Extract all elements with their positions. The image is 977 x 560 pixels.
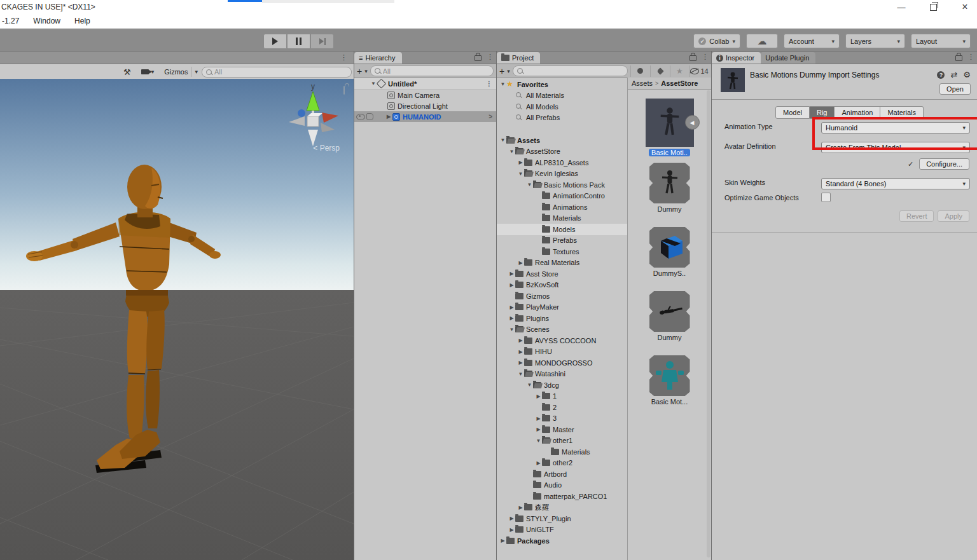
expand-arrow-icon[interactable]: ▶ — [535, 393, 542, 399]
asset-item[interactable]: DummyS.. — [628, 227, 711, 283]
expand-arrow-icon[interactable]: ▶ — [517, 160, 524, 165]
tool-settings-icon[interactable]: ⚒ — [123, 67, 131, 77]
create-button[interactable]: + — [357, 67, 362, 76]
package-expand-badge[interactable]: ◀ — [685, 115, 700, 130]
favorites-star-button[interactable]: ★ — [670, 65, 689, 77]
project-tree-item[interactable]: ▶MONDOGROSSO — [497, 357, 627, 369]
project-tree-item[interactable]: ▼Assets — [497, 135, 627, 146]
chevron-down-icon[interactable]: ▾ — [507, 68, 510, 74]
project-tree-item[interactable]: 2 — [497, 402, 627, 413]
expand-arrow-icon[interactable]: ▶ — [508, 282, 515, 288]
step-button[interactable] — [310, 34, 334, 49]
gear-icon[interactable]: ⚙ — [963, 70, 971, 79]
project-tree-item[interactable]: ▶Master — [497, 424, 627, 435]
hierarchy-search-field[interactable] — [370, 65, 494, 76]
viewport-lock-icon[interactable] — [343, 86, 345, 94]
expand-arrow-icon[interactable]: ▼ — [499, 137, 506, 143]
kebab-menu-icon[interactable]: ⋮ — [967, 53, 974, 61]
menu-item[interactable]: Help — [74, 17, 90, 25]
expand-arrow-icon[interactable]: ▶ — [517, 360, 524, 365]
hierarchy-item-directional-light[interactable]: Directional Light — [354, 100, 496, 111]
expand-arrow-icon[interactable]: ▼ — [526, 182, 533, 188]
persp-label[interactable]: < Persp — [313, 144, 340, 153]
project-tree-item[interactable]: ▶3 — [497, 413, 627, 425]
configure-button[interactable]: Configure... — [919, 158, 969, 170]
project-tree-item[interactable]: ▼Basic Motions Pack — [497, 179, 627, 191]
project-tree-item[interactable]: ▶other2 — [497, 458, 627, 469]
project-search-input[interactable] — [525, 67, 623, 75]
project-tree-item[interactable]: ▶AVYSS COCCOON — [497, 335, 627, 346]
project-tree-item[interactable]: All Materials — [497, 90, 627, 102]
project-tree-item[interactable]: Prefabs — [497, 235, 627, 247]
lock-icon[interactable] — [689, 55, 696, 61]
skin-weights-dropdown[interactable]: Standard (4 Bones) ▾ — [821, 178, 970, 189]
asset-item[interactable]: ◀Basic Moti.. — [628, 99, 711, 154]
expand-arrow-icon[interactable]: ▶ — [385, 114, 392, 120]
project-tree-item[interactable]: All Models — [497, 101, 627, 113]
expand-arrow-icon[interactable]: ▶ — [535, 416, 542, 421]
expand-arrow-icon[interactable]: ▼ — [517, 171, 524, 177]
account-dropdown[interactable]: Account ▾ — [784, 34, 840, 48]
project-tree-item[interactable]: ▶森羅 — [497, 502, 627, 514]
project-tree-item[interactable]: ▶STYLY_Plugin — [497, 513, 627, 524]
expand-arrow-icon[interactable]: ▶ — [535, 427, 542, 432]
lock-icon[interactable] — [955, 55, 962, 61]
expand-arrow-icon[interactable]: ▶ — [508, 304, 515, 310]
asset-item[interactable]: Dummy — [628, 291, 711, 347]
expand-arrow-icon[interactable]: ▶ — [508, 516, 515, 521]
project-tree-item[interactable]: Animations — [497, 201, 627, 213]
hierarchy-item-humanoid[interactable]: ▶ HUMANOID > — [354, 111, 496, 122]
breadcrumb-root[interactable]: Assets — [632, 79, 653, 87]
project-tree-item[interactable]: ▼3dcg — [497, 379, 627, 391]
project-tree-item[interactable]: ▼Favorites — [497, 79, 627, 90]
project-tree-item[interactable]: ▶BzKovSoft — [497, 280, 627, 291]
scrollbar[interactable] — [707, 90, 710, 557]
project-tree-item[interactable]: ▶UniGLTF — [497, 524, 627, 536]
expand-arrow-icon[interactable]: ▼ — [526, 382, 533, 388]
chevron-down-icon[interactable]: ▾ — [364, 68, 368, 74]
expand-arrow-icon[interactable]: ▶ — [517, 338, 524, 343]
collab-dropdown[interactable]: ✓ Collab ▾ — [693, 34, 740, 48]
breadcrumb-current[interactable]: AssetStore — [661, 79, 698, 87]
menu-item[interactable]: -1.27 — [2, 17, 19, 25]
scene-camera-dropdown[interactable]: ▾ — [139, 68, 157, 76]
expand-arrow-icon[interactable]: ▼ — [517, 371, 524, 377]
expand-arrow-icon[interactable]: ▶ — [499, 538, 506, 543]
pickability-icon[interactable] — [366, 113, 373, 120]
project-tree-item[interactable]: ▶Packages — [497, 535, 627, 547]
visibility-eye-icon[interactable] — [356, 114, 365, 120]
project-tree-item[interactable]: Models — [497, 224, 627, 235]
kebab-menu-icon[interactable]: ⋮ — [340, 53, 347, 62]
scene-search-field[interactable] — [202, 67, 352, 78]
project-tree-item[interactable]: ▼Scenes — [497, 324, 627, 336]
project-tree-item[interactable]: ▶ALP8310_Assets — [497, 157, 627, 168]
expand-arrow-icon[interactable]: ▶ — [508, 315, 515, 321]
expand-arrow-icon[interactable]: ▼ — [499, 81, 506, 87]
kebab-menu-icon[interactable]: ⋮ — [702, 53, 709, 61]
expand-arrow-icon[interactable]: ▶ — [517, 349, 524, 355]
search-by-label-button[interactable] — [650, 65, 669, 77]
kebab-menu-icon[interactable]: ⋮ — [487, 53, 494, 61]
expand-arrow-icon[interactable]: ▶ — [517, 260, 524, 266]
project-tree-item[interactable]: ▼AssetStore — [497, 146, 627, 158]
project-tree-item[interactable]: Materials — [497, 213, 627, 224]
help-icon[interactable]: ? — [937, 71, 945, 79]
expand-arrow-icon[interactable]: ▼ — [535, 438, 542, 444]
hidden-packages-button[interactable]: 14 — [689, 65, 709, 77]
tab-hierarchy[interactable]: ≡ Hierarchy — [354, 52, 402, 64]
prefab-open-arrow[interactable]: > — [488, 113, 492, 120]
project-tree-item[interactable]: ▼Watashini — [497, 369, 627, 380]
project-tree-item[interactable]: matterpak_PARCO1 — [497, 491, 627, 502]
presets-icon[interactable]: ⇄ — [950, 70, 957, 79]
expand-arrow-icon[interactable]: ▶ — [535, 460, 542, 466]
scene-orientation-gizmo[interactable]: y — [284, 81, 342, 153]
tab-project[interactable]: Project — [497, 52, 540, 64]
expand-arrow-icon[interactable]: ▶ — [508, 527, 515, 533]
open-button[interactable]: Open — [939, 83, 971, 95]
project-tree-item[interactable]: Audio — [497, 480, 627, 491]
expand-arrow-icon[interactable]: ▼ — [508, 149, 515, 154]
scene-search-input[interactable] — [214, 68, 347, 76]
project-tree-item[interactable]: Materials — [497, 446, 627, 458]
expand-arrow-icon[interactable]: ▼ — [508, 327, 515, 332]
scene-viewport[interactable]: y < Persp — [0, 79, 354, 560]
